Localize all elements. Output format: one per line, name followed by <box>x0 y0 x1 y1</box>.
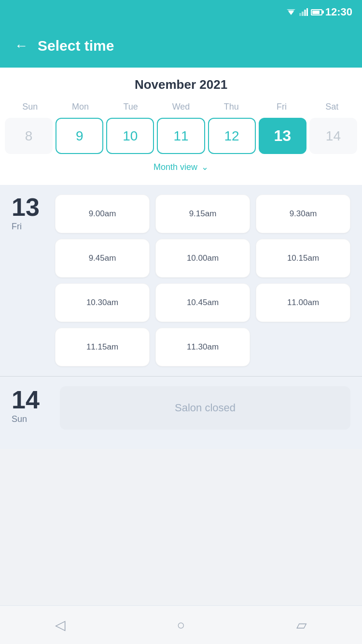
battery-icon <box>311 9 322 15</box>
month-view-toggle[interactable]: Month view ⌄ <box>0 156 362 180</box>
slot-1100am[interactable]: 11.00am <box>256 283 350 322</box>
day-14-section: 14 Sun Salon closed <box>0 377 362 439</box>
weekday-sun: Sun <box>5 100 55 114</box>
day-13-slots-grid: 9.00am 9.15am 9.30am 9.45am 10.00am 10.1… <box>55 195 350 366</box>
date-8[interactable]: 8 <box>5 118 53 154</box>
day-14-header: 14 Sun <box>12 387 50 424</box>
day-13-name: Fri <box>12 222 22 232</box>
slot-1045am[interactable]: 10.45am <box>155 283 250 322</box>
slot-1115am[interactable]: 11.15am <box>55 328 150 366</box>
salon-closed-box: Salon closed <box>60 386 350 430</box>
svg-rect-4 <box>304 10 306 16</box>
weekday-row: Sun Mon Tue Wed Thu Fri Sat <box>0 100 362 114</box>
slot-1030am[interactable]: 10.30am <box>55 283 150 322</box>
svg-rect-2 <box>299 13 301 16</box>
slot-900am[interactable]: 9.00am <box>55 195 150 233</box>
weekday-wed: Wed <box>156 100 206 114</box>
header: ← Select time <box>0 24 362 68</box>
day-13-section: 13 Fri 9.00am 9.15am 9.30am 9.45am 10.00… <box>0 185 362 376</box>
svg-marker-1 <box>287 9 295 13</box>
slot-915am[interactable]: 9.15am <box>155 195 250 233</box>
date-13[interactable]: 13 <box>259 118 306 154</box>
date-9[interactable]: 9 <box>56 118 103 154</box>
nav-home-button[interactable]: ○ <box>169 613 193 637</box>
weekday-tue: Tue <box>106 100 156 114</box>
status-time: 12:30 <box>325 6 352 18</box>
day-14-name: Sun <box>12 414 27 424</box>
slot-1000am[interactable]: 10.00am <box>155 239 250 278</box>
back-button[interactable]: ← <box>14 38 28 54</box>
chevron-down-icon: ⌄ <box>201 162 209 172</box>
date-14[interactable]: 14 <box>309 118 357 154</box>
nav-back-button[interactable]: ◁ <box>48 613 72 637</box>
weekday-sat: Sat <box>307 100 357 114</box>
slot-930am[interactable]: 9.30am <box>256 195 350 233</box>
dates-row: 8 9 10 11 12 13 14 <box>0 118 362 154</box>
date-11[interactable]: 11 <box>157 118 205 154</box>
signal-icon <box>299 8 308 16</box>
slot-1015am[interactable]: 10.15am <box>256 239 350 278</box>
svg-rect-5 <box>306 8 308 16</box>
wifi-icon <box>286 8 296 16</box>
day-14-row: 14 Sun Salon closed <box>12 386 350 430</box>
date-10[interactable]: 10 <box>106 118 154 154</box>
page-title: Select time <box>38 38 114 54</box>
salon-closed-label: Salon closed <box>175 402 236 414</box>
weekday-fri: Fri <box>256 100 306 114</box>
month-year-title: November 2021 <box>0 77 362 92</box>
weekday-mon: Mon <box>55 100 105 114</box>
slot-1130am[interactable]: 11.30am <box>155 328 250 366</box>
date-12[interactable]: 12 <box>208 118 256 154</box>
nav-bar: ◁ ○ ▱ <box>0 605 362 644</box>
status-bar: 12:30 <box>0 0 362 24</box>
slot-945am[interactable]: 9.45am <box>55 239 150 278</box>
month-view-label: Month view <box>153 162 197 172</box>
svg-rect-3 <box>302 12 304 16</box>
day-13-num: 13 <box>12 195 40 220</box>
slots-section: 13 Fri 9.00am 9.15am 9.30am 9.45am 10.00… <box>0 185 362 449</box>
calendar-section: November 2021 Sun Mon Tue Wed Thu Fri Sa… <box>0 68 362 185</box>
day-14-num: 14 <box>12 387 40 412</box>
status-icons: 12:30 <box>286 6 352 18</box>
weekday-thu: Thu <box>206 100 256 114</box>
nav-recents-button[interactable]: ▱ <box>290 613 314 637</box>
day-13-header: 13 Fri <box>12 195 50 232</box>
